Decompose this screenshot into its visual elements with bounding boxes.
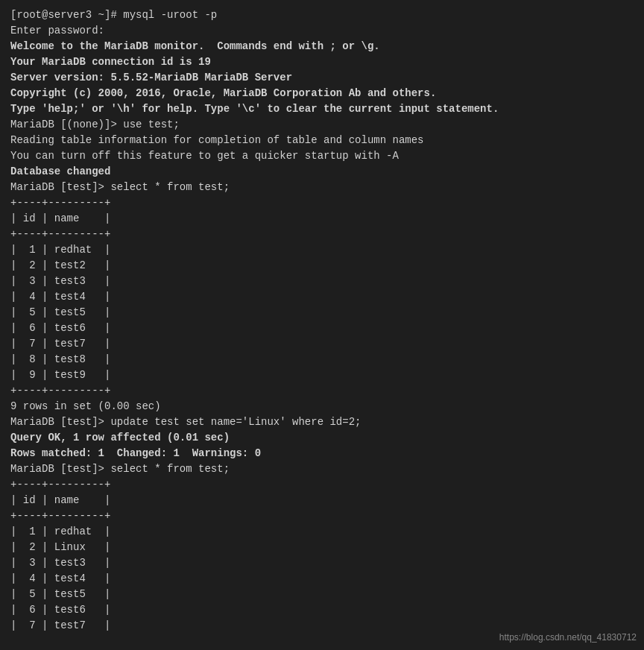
terminal-line: | 2 | Linux | [10, 540, 634, 555]
terminal-line: | 9 | test9 | [10, 367, 634, 383]
terminal-line: Rows matched: 1 Changed: 1 Warnings: 0 [10, 446, 634, 461]
terminal-line: | 6 | test6 | [10, 321, 634, 336]
terminal-line: Enter password: [10, 23, 634, 39]
terminal-line: | 2 | test2 | [10, 258, 634, 274]
terminal-line: | 6 | test6 | [10, 602, 634, 618]
terminal-line: | 7 | test7 | [10, 336, 634, 352]
terminal-line: You can turn off this feature to get a q… [10, 148, 634, 164]
terminal-line: +----+---------+ [10, 195, 634, 211]
terminal-output: [root@server3 ~]# mysql -uroot -pEnter p… [10, 7, 634, 634]
terminal-line: | 3 | test3 | [10, 555, 634, 571]
terminal-line: Your MariaDB connection id is 19 [10, 54, 634, 70]
terminal-line: Server version: 5.5.52-MariaDB MariaDB S… [10, 70, 634, 86]
terminal-line: Reading table information for completion… [10, 133, 634, 148]
terminal-line: +----+---------+ [10, 383, 634, 399]
terminal-line: Welcome to the MariaDB monitor. Commands… [10, 39, 634, 54]
terminal-line: Type 'help;' or '\h' for help. Type '\c'… [10, 101, 634, 117]
terminal-line: Database changed [10, 164, 634, 180]
terminal-line: | id | name | [10, 211, 634, 227]
terminal-line: +----+---------+ [10, 508, 634, 524]
terminal-line: +----+---------+ [10, 227, 634, 242]
terminal-line: [root@server3 ~]# mysql -uroot -p [10, 7, 634, 23]
terminal-line: Copyright (c) 2000, 2016, Oracle, MariaD… [10, 86, 634, 101]
terminal-line: | 4 | test4 | [10, 289, 634, 305]
terminal-line: MariaDB [test]> select * from test; [10, 180, 634, 195]
terminal-line: 9 rows in set (0.00 sec) [10, 399, 634, 414]
terminal-line: | 5 | test5 | [10, 305, 634, 321]
terminal-line: | 1 | redhat | [10, 242, 634, 258]
terminal-line: MariaDB [test]> select * from test; [10, 461, 634, 477]
terminal-line: | 5 | test5 | [10, 587, 634, 602]
terminal-line: +----+---------+ [10, 477, 634, 493]
terminal-line: MariaDB [test]> update test set name='Li… [10, 414, 634, 430]
terminal-line: | id | name | [10, 493, 634, 508]
terminal-line: MariaDB [(none)]> use test; [10, 117, 634, 133]
terminal-line: Query OK, 1 row affected (0.01 sec) [10, 430, 634, 446]
terminal-line: | 8 | test8 | [10, 352, 634, 367]
terminal-line: | 4 | test4 | [10, 571, 634, 587]
watermark: https://blog.csdn.net/qq_41830712 [499, 631, 637, 644]
terminal-line: | 1 | redhat | [10, 524, 634, 540]
terminal-line: | 3 | test3 | [10, 274, 634, 289]
